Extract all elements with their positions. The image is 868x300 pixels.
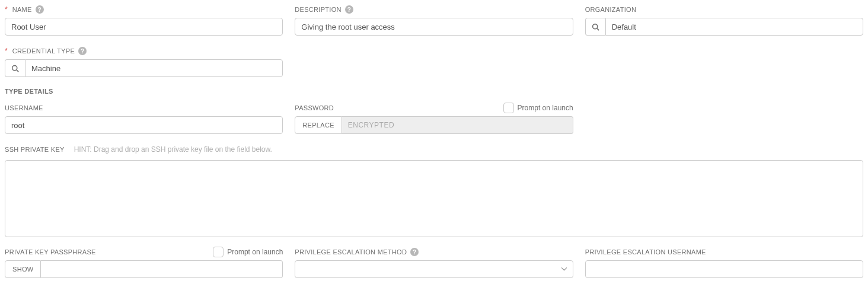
password-replace-button[interactable]: REPLACE — [295, 116, 342, 134]
type-details-heading: TYPE DETAILS — [5, 88, 863, 95]
help-icon[interactable]: ? — [78, 47, 87, 55]
required-marker: * — [5, 5, 8, 14]
search-icon — [592, 23, 599, 31]
svg-line-1 — [597, 28, 599, 30]
name-input[interactable] — [5, 18, 283, 36]
passphrase-prompt-checkbox[interactable] — [213, 247, 224, 257]
organization-input[interactable] — [605, 18, 863, 36]
help-icon[interactable]: ? — [410, 248, 419, 256]
name-label: NAME — [12, 6, 32, 13]
ssh-private-key-hint: HINT: Drag and drop an SSH private key f… — [74, 145, 272, 154]
description-label: DESCRIPTION — [295, 6, 341, 13]
svg-point-0 — [592, 24, 597, 28]
help-icon[interactable]: ? — [36, 5, 44, 14]
credential-type-input[interactable] — [25, 59, 283, 77]
privilege-escalation-username-label: PRIVILEGE ESCALATION USERNAME — [585, 248, 706, 256]
organization-search-button[interactable] — [585, 18, 605, 36]
passphrase-prompt-label: Prompt on launch — [227, 248, 283, 256]
help-icon[interactable]: ? — [345, 5, 353, 14]
password-label: PASSWORD — [295, 104, 334, 111]
privilege-escalation-method-label: PRIVILEGE ESCALATION METHOD — [295, 248, 407, 256]
username-label: USERNAME — [5, 104, 43, 111]
password-prompt-checkbox[interactable] — [503, 103, 514, 113]
credential-type-label: CREDENTIAL TYPE — [12, 47, 75, 55]
username-input[interactable] — [5, 116, 283, 134]
password-prompt-label: Prompt on launch — [518, 104, 573, 112]
privilege-escalation-username-input[interactable] — [585, 260, 863, 278]
passphrase-show-button[interactable]: SHOW — [5, 260, 41, 278]
required-marker: * — [5, 47, 8, 55]
credential-type-search-button[interactable] — [5, 59, 25, 77]
svg-point-2 — [12, 65, 17, 70]
search-icon — [11, 65, 19, 72]
private-key-passphrase-label: PRIVATE KEY PASSPHRASE — [5, 248, 96, 256]
svg-line-3 — [17, 69, 18, 71]
description-input[interactable] — [295, 18, 573, 36]
privilege-escalation-method-select[interactable] — [295, 260, 573, 278]
ssh-private-key-label: SSH PRIVATE KEY — [5, 146, 65, 153]
password-encrypted-indicator: ENCRYPTED — [342, 116, 573, 134]
organization-label: ORGANIZATION — [585, 6, 637, 13]
ssh-private-key-textarea[interactable] — [5, 160, 863, 237]
passphrase-input[interactable] — [41, 260, 283, 278]
